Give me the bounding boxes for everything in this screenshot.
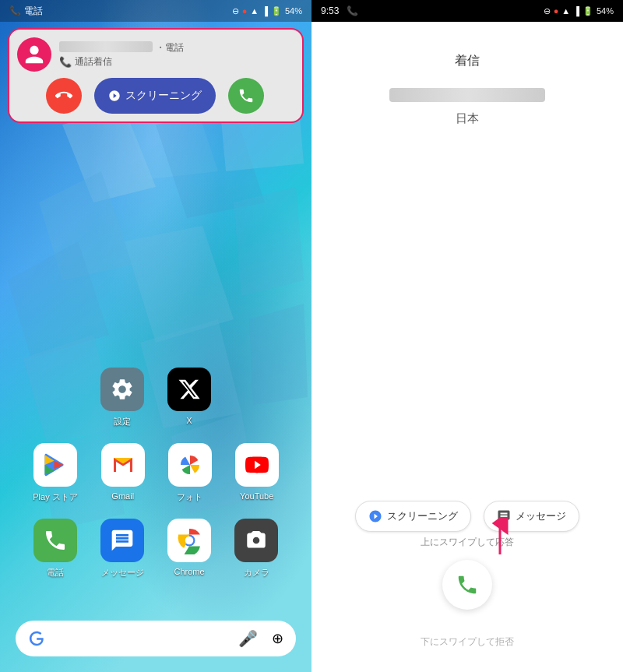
app-x-twitter[interactable]: X [167,368,211,427]
app-photos[interactable]: フォト [168,443,212,503]
app-messages[interactable]: メッセージ [100,519,144,579]
app-chrome[interactable]: Chrome [167,519,211,579]
caller-location: 日本 [456,111,479,126]
camera-icon-circle [234,519,278,562]
right-status-bar: 9:53 📞 ⊖ ● ▲ ▐ 🔋 54% [312,0,623,22]
message-btn-label: メッセージ [516,509,566,523]
left-status-bar: 📞 電話 ⊖ ● ▲ ▐ 🔋 54% [0,0,312,22]
decline-button[interactable] [46,78,82,114]
wifi-icon: ▲ [250,6,259,16]
answer-button-left[interactable] [228,78,264,114]
signal-icon: ▐ [262,6,268,16]
caller-label: ・電話 [156,41,184,55]
incoming-call-card: ・電話 📞 通話着信 スクリーニング [8,28,304,123]
right-caller-name-blurred [389,88,545,102]
answer-button-right[interactable] [442,560,492,610]
photos-icon-circle [168,443,212,487]
right-signal-icon: ▐ [573,6,579,16]
youtube-icon-circle [235,443,279,487]
app-gmail[interactable]: Gmail [101,443,145,503]
swipe-up-hint: 上にスワイプして応答 [312,536,623,549]
playstore-label: Play ストア [33,491,77,503]
photos-label: フォト [177,491,202,503]
app-camera[interactable]: カメラ [234,519,278,579]
phone-status-icon: 📞 [9,5,21,16]
settings-label: 設定 [114,416,131,427]
app-youtube[interactable]: YouTube [235,443,279,503]
messages-label: メッセージ [101,567,144,579]
messages-icon-circle [100,519,144,562]
right-record-icon: ● [554,6,559,16]
minus-icon: ⊖ [232,6,239,16]
right-time: 9:53 [321,5,339,16]
left-status-left: 📞 電話 [9,5,43,18]
app-row-1: 設定 X [16,368,296,427]
answer-area [442,560,492,610]
call-type: 📞 通話着信 [59,55,293,69]
screen-btn-label: スクリーニング [387,509,458,523]
record-icon: ● [242,6,248,16]
app-phone[interactable]: 電話 [33,519,77,579]
x-twitter-label: X [186,416,192,425]
screen-button-left[interactable]: スクリーニング [94,78,216,114]
swipe-down-hint: 下にスワイプして拒否 [312,635,623,649]
right-phone: 9:53 📞 ⊖ ● ▲ ▐ 🔋 54% 着信 日本 スクリーニング メッセージ [312,0,623,672]
x-twitter-icon-circle [167,368,211,411]
left-status-title: 電話 [24,5,43,18]
app-row-2: Play ストア Gmail フォト [16,443,296,503]
gmail-label: Gmail [111,491,134,501]
gmail-icon-circle [101,443,145,487]
caller-avatar [17,37,51,72]
battery-level: 54% [285,6,302,16]
action-buttons-row: スクリーニング メッセージ [312,501,623,532]
screen-icon [368,509,382,523]
settings-icon-circle [100,368,144,411]
caller-name-blurred [59,41,153,52]
battery-icon: 🔋 [271,6,282,16]
left-phone: 📞 電話 ⊖ ● ▲ ▐ 🔋 54% ・電話 📞 通話 [0,0,312,672]
right-status-right: ⊖ ● ▲ ▐ 🔋 54% [544,6,614,16]
search-bar[interactable]: 🎤 ⊕ [16,621,296,656]
playstore-icon-circle [33,443,77,487]
google-logo [28,630,45,647]
answer-phone-icon [456,573,479,596]
right-battery-icon: 🔋 [583,6,593,16]
lens-icon[interactable]: ⊕ [272,630,283,647]
swipe-up-arrow [491,517,509,559]
youtube-label: YouTube [240,491,273,501]
app-playstore[interactable]: Play ストア [33,443,77,503]
screen-button-right[interactable]: スクリーニング [355,501,471,532]
call-info-row: ・電話 📞 通話着信 [17,37,293,72]
mic-icon[interactable]: 🎤 [238,629,258,648]
caller-details: ・電話 📞 通話着信 [59,41,293,69]
right-phone-icon: 📞 [347,5,358,16]
right-battery-level: 54% [597,6,614,16]
right-wifi-icon: ▲ [561,6,570,16]
svg-marker-7 [234,187,304,296]
call-actions: スクリーニング [17,78,293,114]
camera-label: カメラ [244,567,269,579]
phone-icon-circle [33,519,77,562]
chrome-label: Chrome [174,567,204,576]
screen-button-label: スクリーニング [125,89,202,103]
right-minus-icon: ⊖ [544,6,551,16]
app-row-3: 電話 メッセージ Chrome [16,519,296,579]
right-status-left: 9:53 📞 [321,5,358,16]
apps-area: 設定 X Play ストア Gmail [0,368,312,594]
chrome-icon-circle [167,519,211,562]
incoming-label: 着信 [455,53,480,69]
app-settings[interactable]: 設定 [100,368,144,427]
left-status-right: ⊖ ● ▲ ▐ 🔋 54% [232,6,302,16]
svg-point-15 [185,537,194,545]
phone-app-label: 電話 [47,567,64,579]
